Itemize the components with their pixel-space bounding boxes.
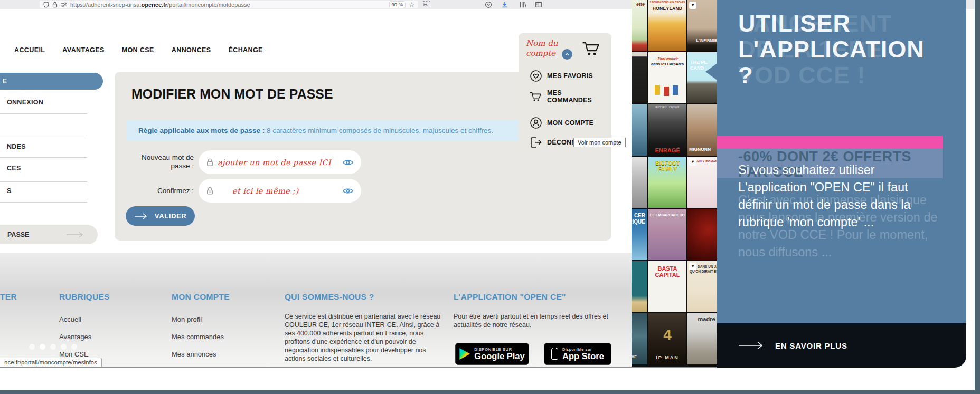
movie-poster-el-embarcadero[interactable]: EL EMBARCADERO (648, 209, 686, 260)
carousel-dot[interactable] (50, 344, 56, 350)
confirm-password-label: Confirmez : (125, 187, 194, 195)
footer-link-mes-commandes[interactable]: Mes commandes (172, 333, 224, 341)
main-navigation: ACCUEIL AVANTAGES MON CSE ANNONCES ÉCHAN… (14, 46, 263, 54)
site-footer: TER RUBRIQUES Accueil Avantages Mon CSE … (0, 253, 632, 368)
google-play-badge[interactable]: DISPONIBLE SURGoogle Play (455, 343, 529, 365)
movie-poster-ip-man[interactable]: 4IP MAN (648, 313, 686, 364)
movie-poster[interactable]: ette (632, 0, 647, 51)
divider (0, 157, 87, 158)
new-password-label: Nouveau mot depasse : (125, 153, 194, 170)
valider-button[interactable]: VALIDER (126, 206, 195, 226)
carousel-dot[interactable] (29, 344, 35, 350)
divider (0, 113, 87, 114)
confirm-password-field[interactable]: et ici le même ;) (199, 179, 361, 203)
favorite-heart-icon[interactable]: ♥ (689, 158, 696, 166)
heart-circle-icon (530, 70, 542, 82)
valider-label: VALIDER (155, 212, 186, 220)
menu-item-mon-compte[interactable]: MON COMPTE (530, 117, 602, 129)
movie-poster-family-romance[interactable]: FAMILY ROMANC♥ (687, 157, 718, 208)
nav-link-echange[interactable]: ÉCHANGE (229, 46, 263, 54)
browser-window: https://adherent-snep-unsa.opence.fr/por… (0, 0, 975, 390)
nav-link-annonces[interactable]: ANNONCES (172, 46, 211, 54)
new-password-placeholder: ajouter un mot de passe ICI (218, 158, 331, 167)
footer-link-mon-profil[interactable]: Mon profil (172, 315, 202, 323)
carousel-dot[interactable] (71, 344, 77, 350)
sidebar-item-active[interactable]: E (0, 73, 103, 90)
footer-link-mes-annonces[interactable]: Mes annonces (172, 350, 216, 358)
show-password-icon[interactable] (343, 159, 353, 166)
rule-label: Règle applicable aux mots de passe : (138, 127, 265, 134)
lock-icon[interactable] (52, 2, 58, 8)
movie-poster-madre[interactable]: madre (687, 313, 718, 364)
nav-link-avantages[interactable]: AVANTAGES (62, 46, 104, 54)
movie-poster-enrage[interactable]: RUSSELL CROWEENRAGÉ (648, 104, 686, 156)
sidebar-item[interactable]: S (7, 187, 12, 195)
favorite-heart-icon[interactable]: ♥ (689, 2, 696, 9)
carousel-dot-active[interactable] (40, 344, 45, 350)
confirm-password-placeholder: et ici le même ;) (232, 187, 298, 195)
sidebar-item-commandes[interactable]: NDES (7, 143, 26, 150)
carousel-dots (29, 344, 77, 350)
en-savoir-plus-button[interactable]: EN SAVOIR PLUS (717, 323, 966, 368)
favorite-heart-icon[interactable]: ♥ (689, 263, 696, 270)
new-password-field[interactable]: ajouter un mot de passe ICI (199, 150, 361, 174)
app-store-badge[interactable]: Disponible surApp Store (544, 343, 611, 365)
page-title: MODIFIER MON MOT DE PASSE (131, 86, 333, 102)
rule-text: 8 caractères minimum composés de minuscu… (265, 127, 493, 134)
account-dropdown-panel: Nom ducompte MES FAVORIS MES COMMANDES M… (519, 33, 611, 149)
nav-link-mon-cse[interactable]: MON CSE (122, 46, 154, 54)
promo-body-text: Si vous souhaitez utiliserL'application … (738, 161, 911, 231)
sidebar-item-connexion[interactable]: ONNEXION (7, 99, 43, 106)
divider (0, 136, 87, 136)
permissions-icon[interactable] (61, 2, 67, 8)
sidebar-item-annonces[interactable]: CES (7, 165, 21, 172)
bookmark-star-icon[interactable]: ☆ (409, 1, 414, 8)
chevron-up-icon[interactable] (562, 49, 572, 60)
password-rule-box: Règle applicable aux mots de passe : 8 c… (127, 120, 523, 141)
zoom-level-badge[interactable]: 90 % (389, 1, 406, 8)
sidebar-item-mot-de-passe[interactable]: PASSE (0, 225, 98, 244)
screenshot-icon[interactable]: ✂ (423, 1, 430, 8)
menu-item-mes-commandes[interactable]: MES COMMANDES (530, 89, 602, 104)
carousel-prev-icon[interactable] (705, 63, 717, 80)
nav-link-accueil[interactable]: ACCUEIL (14, 46, 45, 54)
sidebar-toggle-icon[interactable] (535, 1, 542, 8)
show-password-icon[interactable] (343, 187, 353, 195)
promo-accent-bar (717, 136, 943, 148)
movie-poster-infirmiere[interactable]: L'INFIRMIE♥ (687, 0, 718, 51)
download-icon[interactable] (501, 1, 508, 8)
footer-link-mon-cse[interactable]: Mon CSE (59, 350, 89, 358)
movie-poster-fille[interactable]: Fille (632, 104, 647, 156)
poster-grid: ette 2 NOMINATIONS AUX OSCARSHONEYLAND L… (632, 0, 718, 364)
arrow-right-icon (66, 232, 85, 238)
url-bar[interactable]: https://adherent-snep-unsa.opence.fr/por… (40, 1, 418, 8)
movie-poster[interactable]: E FEMME (632, 313, 647, 364)
account-name-trigger[interactable]: Nom ducompte (526, 39, 558, 59)
pocket-icon[interactable] (485, 1, 492, 8)
voir-mon-compte-tooltip: Voir mon compte (573, 138, 626, 147)
footer-link-accueil[interactable]: Accueil (59, 315, 81, 323)
arrow-right-icon (738, 341, 766, 350)
movie-poster[interactable]: ITE (632, 157, 647, 208)
sidebar-active-label: E (3, 78, 7, 85)
logout-icon (530, 137, 542, 148)
footer-link-avantages[interactable]: Avantages (59, 333, 91, 341)
carousel-dot[interactable] (61, 344, 67, 350)
menu-item-mes-favoris[interactable]: MES FAVORIS (530, 70, 602, 82)
movie-poster-bigfoot-family[interactable]: BIGFOOTFAMILY (648, 157, 686, 208)
library-icon[interactable] (519, 1, 526, 8)
movie-poster[interactable]: CERRIQUE (632, 209, 647, 260)
divider (0, 202, 87, 203)
movie-poster[interactable] (687, 209, 718, 260)
movie-poster-honeyland[interactable]: 2 NOMINATIONS AUX OSCARSHONEYLAND (648, 0, 686, 51)
cart-icon[interactable] (582, 41, 601, 56)
movie-poster-carpates[interactable]: J'irai mourirdaNs les CarpAtes (648, 52, 686, 103)
shield-icon[interactable] (43, 2, 49, 8)
movie-poster-dans-un-jardin[interactable]: DANS UN JARDQU'ON DIRAIT ET♥ (687, 261, 718, 312)
movie-poster[interactable]: ICAA (632, 52, 647, 103)
movie-poster-mignonnes[interactable]: MIGNONN (687, 104, 718, 156)
lock-icon (206, 186, 213, 195)
movie-poster[interactable]: MEPES, (632, 261, 647, 312)
movie-poster-basta-capital[interactable]: BASTACAPITAL (648, 261, 686, 312)
footer-qui-title: QUI SOMMES-NOUS ? (285, 292, 374, 302)
